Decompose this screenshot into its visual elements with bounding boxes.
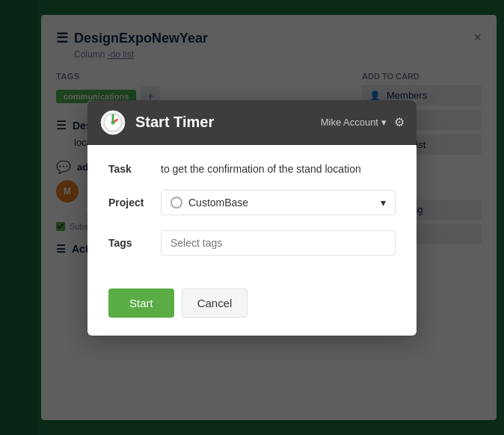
- svg-point-2: [111, 120, 115, 124]
- cancel-button[interactable]: Cancel: [182, 289, 248, 318]
- account-label: Mike Account: [321, 117, 378, 128]
- project-select[interactable]: CustomBase ▾: [161, 190, 396, 215]
- project-row: Project CustomBase ▾: [108, 190, 396, 215]
- modal-body: Task to get the confirmation of the stan…: [87, 145, 417, 289]
- project-select-left: CustomBase: [170, 197, 248, 209]
- modal-footer: Start Cancel: [87, 289, 417, 336]
- project-value: CustomBase: [188, 197, 248, 209]
- task-row: Task to get the confirmation of the stan…: [108, 163, 396, 175]
- project-label: Project: [108, 197, 161, 209]
- tags-input[interactable]: [161, 230, 396, 256]
- account-button[interactable]: Mike Account ▾: [321, 117, 387, 128]
- start-button[interactable]: Start: [108, 289, 174, 318]
- project-chevron-icon: ▾: [381, 197, 386, 209]
- modal-header-right: Mike Account ▾ ⚙: [321, 115, 405, 129]
- modal-header-left: Start Timer: [99, 109, 214, 136]
- project-icon: [170, 197, 182, 209]
- modal-title: Start Timer: [135, 114, 214, 131]
- project-select-wrapper: CustomBase ▾: [161, 190, 396, 215]
- tags-form-label: Tags: [108, 237, 161, 249]
- modal-container: Start Timer Mike Account ▾ ⚙ Task to get…: [0, 0, 504, 435]
- modal-header: Start Timer Mike Account ▾ ⚙: [87, 100, 417, 145]
- gear-button[interactable]: ⚙: [394, 115, 405, 129]
- start-timer-modal: Start Timer Mike Account ▾ ⚙ Task to get…: [87, 100, 417, 336]
- tags-form-row: Tags: [108, 230, 396, 256]
- account-chevron-icon: ▾: [381, 117, 387, 128]
- task-label: Task: [108, 163, 161, 175]
- timer-logo: [99, 109, 126, 136]
- task-value: to get the confirmation of the stand loc…: [161, 163, 396, 175]
